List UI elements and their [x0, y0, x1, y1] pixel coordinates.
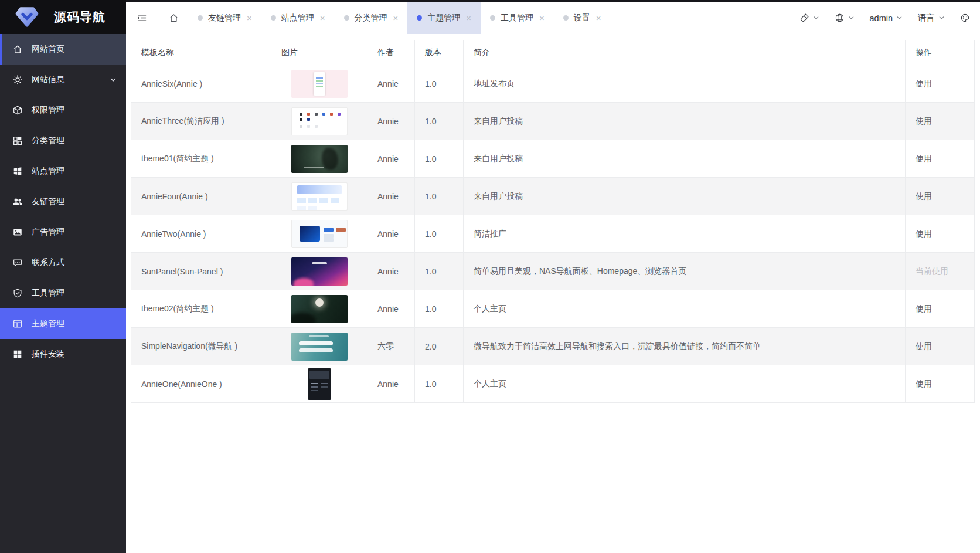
sidebar-item-label: 分类管理: [32, 135, 64, 146]
tab-close-icon[interactable]: ×: [393, 13, 399, 23]
template-author: 六零: [377, 341, 394, 351]
logo-gem-icon: [15, 6, 39, 28]
tab-links[interactable]: 友链管理 ×: [188, 2, 261, 34]
tab-dot-icon: [490, 15, 495, 21]
tab-label: 站点管理: [281, 13, 314, 23]
sidebar-item-home[interactable]: 网站首页: [0, 34, 126, 65]
template-thumbnail: [291, 70, 348, 98]
use-button[interactable]: 使用: [916, 379, 932, 388]
template-thumbnail: [291, 295, 348, 323]
app-window: 源码导航 网站首页 网站信息: [0, 0, 980, 553]
table-row: AnnieOne(AnnieOne ) Annie 1.0 个人主页 使用: [131, 365, 975, 403]
tab-label: 工具管理: [501, 13, 533, 23]
sidebar-item-contact[interactable]: 联系方式: [0, 247, 126, 278]
template-version: 1.0: [425, 154, 436, 164]
tab-categories[interactable]: 分类管理 ×: [335, 2, 408, 34]
template-author: Annie: [377, 304, 399, 314]
table-row: theme02(简约主题 ) Annie 1.0 个人主页 使用: [131, 290, 975, 328]
palette-button[interactable]: [960, 13, 970, 23]
tab-close-icon[interactable]: ×: [466, 13, 471, 23]
tab-label: 设置: [574, 13, 590, 23]
sidebar-item-site-info[interactable]: 网站信息: [0, 65, 126, 95]
template-author: Annie: [377, 267, 399, 276]
template-thumbnail: [291, 107, 348, 135]
use-button[interactable]: 使用: [916, 304, 932, 313]
template-author: Annie: [377, 79, 399, 89]
user-dropdown[interactable]: admin: [870, 13, 903, 23]
tab-close-icon[interactable]: ×: [539, 13, 545, 23]
sidebar-collapse-button[interactable]: [126, 2, 158, 34]
tab-dot-icon: [344, 15, 349, 21]
chevron-down-icon: [813, 15, 819, 21]
sidebar-item-permissions[interactable]: 权限管理: [0, 95, 126, 125]
tab-label: 分类管理: [355, 13, 387, 23]
template-thumbnail: [291, 220, 348, 248]
sidebar-item-label: 主题管理: [32, 318, 64, 329]
use-button[interactable]: 使用: [916, 79, 932, 88]
template-version: 2.0: [425, 342, 436, 351]
sidebar-item-label: 联系方式: [32, 257, 64, 268]
template-name: theme02(简约主题 ): [141, 304, 214, 313]
username-label: admin: [870, 13, 893, 23]
sidebar-item-sites[interactable]: 站点管理: [0, 156, 126, 186]
tab-label: 友链管理: [208, 13, 241, 23]
template-thumbnail: [291, 257, 348, 286]
sidebar-item-plugins[interactable]: 插件安装: [0, 339, 126, 369]
home-tab-icon[interactable]: [168, 2, 180, 34]
table-row: SimpleNavigation(微导航 ) 六零 2.0 微导航致力于简洁高效…: [131, 328, 975, 365]
language-label: 语言: [918, 12, 935, 23]
sidebar-item-ads[interactable]: 广告管理: [0, 217, 126, 247]
language-dropdown[interactable]: 语言: [918, 12, 945, 23]
template-author: Annie: [377, 379, 399, 389]
template-version: 1.0: [425, 79, 436, 89]
cube-icon: [12, 105, 23, 116]
globe-icon: [835, 13, 845, 23]
table-row: AnnieThree(简洁应用 ) Annie 1.0 来自用户投稿 使用: [131, 103, 975, 140]
shield-check-icon: [12, 288, 23, 298]
template-intro: 来自用户投稿: [474, 116, 523, 125]
template-intro: 地址发布页: [474, 79, 515, 88]
template-version: 1.0: [425, 192, 436, 201]
template-version: 1.0: [425, 117, 436, 126]
sidebar-item-themes[interactable]: 主题管理: [0, 308, 126, 339]
sidebar-item-links[interactable]: 友链管理: [0, 186, 126, 217]
template-version: 1.0: [425, 229, 436, 239]
tab-close-icon[interactable]: ×: [596, 13, 601, 23]
template-name: AnnieSix(Annie ): [141, 79, 202, 89]
tab-tools[interactable]: 工具管理 ×: [481, 2, 554, 34]
tab-sites[interactable]: 站点管理 ×: [261, 2, 335, 34]
sidebar-item-label: 网站首页: [32, 44, 64, 55]
palette-icon: [960, 13, 970, 23]
table-row: AnnieTwo(Annie ) Annie 1.0 简洁推广 使用: [131, 215, 975, 253]
tab-themes[interactable]: 主题管理 ×: [407, 2, 481, 34]
tab-bar: 友链管理 × 站点管理 × 分类管理 × 主题管理 ×: [188, 2, 611, 34]
template-thumbnail: [291, 145, 348, 173]
template-intro: 个人主页: [474, 379, 506, 388]
sidebar-item-categories[interactable]: 分类管理: [0, 125, 126, 156]
chevron-down-icon: [848, 15, 855, 21]
main-area: 友链管理 × 站点管理 × 分类管理 × 主题管理 ×: [126, 0, 980, 553]
template-intro: 简单易用且美观，NAS导航面板、Homepage、浏览器首页: [474, 266, 686, 276]
theme-brush-dropdown[interactable]: [799, 13, 819, 23]
template-name: AnnieOne(AnnieOne ): [141, 379, 222, 389]
sidebar-item-label: 插件安装: [32, 349, 64, 359]
use-button[interactable]: 使用: [916, 116, 932, 125]
globe-dropdown[interactable]: [835, 13, 855, 23]
app-logo: 源码导航: [0, 0, 126, 34]
sidebar-menu: 网站首页 网站信息 权限管理: [0, 34, 126, 369]
column-header-action: 操作: [906, 40, 975, 65]
tab-close-icon[interactable]: ×: [320, 13, 325, 23]
use-button[interactable]: 使用: [916, 229, 932, 238]
sidebar-item-label: 站点管理: [32, 166, 64, 177]
sidebar: 源码导航 网站首页 网站信息: [0, 0, 126, 553]
tab-close-icon[interactable]: ×: [247, 13, 252, 23]
tab-dot-icon: [271, 15, 276, 21]
tab-settings[interactable]: 设置 ×: [554, 2, 611, 34]
template-thumbnail: [308, 368, 331, 400]
template-intro: 来自用户投稿: [474, 154, 523, 163]
use-button[interactable]: 使用: [916, 341, 932, 351]
sidebar-item-tools[interactable]: 工具管理: [0, 278, 126, 308]
use-button[interactable]: 使用: [916, 154, 932, 163]
use-button[interactable]: 使用: [916, 191, 932, 201]
template-author: Annie: [377, 154, 399, 164]
